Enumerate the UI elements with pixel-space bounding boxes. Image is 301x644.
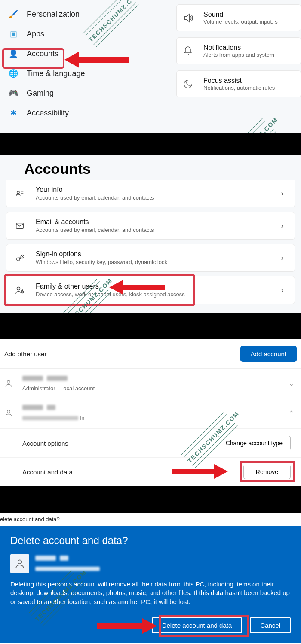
- row-title: Family & other users: [36, 283, 185, 290]
- delete-dialog: Delete account and data? Deleting this p…: [0, 526, 301, 643]
- chevron-right-icon: ›: [281, 222, 287, 230]
- add-other-user-label: Add other user: [4, 350, 46, 358]
- svg-point-11: [18, 560, 22, 564]
- sidebar-item-label: Apps: [27, 30, 44, 39]
- accounts-row-your-info[interactable]: Your info Accounts used by email, calend…: [6, 180, 295, 207]
- row-title: Sign-in options: [36, 250, 167, 258]
- nav-icon: ✱: [9, 108, 18, 118]
- divider: [0, 486, 301, 512]
- divider: [0, 133, 301, 155]
- delete-confirm-button[interactable]: Delete account and data: [152, 617, 243, 633]
- sidebar-item-label: Personalization: [27, 10, 80, 19]
- sidebar-item-accounts[interactable]: 👤 Accounts: [0, 44, 172, 64]
- settings-card-notifications[interactable]: Notifications Alerts from apps and syste…: [176, 37, 301, 64]
- person-card-icon: [14, 189, 25, 198]
- nav-icon: 👤: [9, 49, 18, 58]
- chevron-right-icon: ›: [281, 254, 287, 262]
- divider: [0, 313, 301, 338]
- card-title: Focus assist: [203, 77, 275, 85]
- user-row[interactable]: Administrator - Local account ⌄: [0, 368, 301, 398]
- sound-icon: [183, 12, 196, 24]
- mail-icon: [14, 221, 25, 231]
- user-sub: Administrator - Local account: [22, 385, 95, 392]
- card-title: Sound: [203, 11, 278, 18]
- nav-icon: 🌐: [9, 69, 18, 78]
- svg-rect-3: [16, 223, 24, 228]
- family-icon: [14, 285, 25, 295]
- accounts-row-sign-in-options[interactable]: Sign-in options Windows Hello, security …: [6, 244, 295, 272]
- card-sub: Volume levels, output, input, s: [203, 18, 278, 25]
- settings-card-sound[interactable]: Sound Volume levels, output, input, s: [176, 4, 301, 31]
- sidebar-item-label: Accounts: [27, 49, 58, 58]
- dialog-heading: Delete account and data?: [10, 535, 291, 547]
- page-title: Accounts: [0, 155, 301, 180]
- accounts-row-email-accounts[interactable]: Email & accounts Accounts used by email,…: [6, 212, 295, 240]
- remove-button[interactable]: Remove: [243, 465, 291, 479]
- sidebar-item-personalization[interactable]: 🖌️ Personalization: [0, 4, 172, 24]
- sidebar-item-accessibility[interactable]: ✱ Accessibility: [0, 103, 172, 123]
- row-desc: Accounts used by email, calendar, and co…: [36, 227, 154, 233]
- svg-point-6: [22, 291, 24, 293]
- card-sub: Alerts from apps and system: [203, 52, 274, 58]
- svg-point-0: [17, 191, 20, 194]
- sidebar-item-label: Gaming: [27, 89, 54, 98]
- dialog-body: Deleting this person's account will remo…: [10, 580, 291, 606]
- chevron-up-icon: ⌃: [289, 410, 297, 416]
- chevron-right-icon: ›: [281, 286, 287, 294]
- svg-point-5: [17, 287, 20, 290]
- nav-icon: 🎮: [9, 88, 18, 98]
- sidebar-item-time-language[interactable]: 🌐 Time & language: [0, 64, 172, 83]
- moon-icon: [183, 79, 196, 89]
- add-account-button[interactable]: Add account: [240, 346, 297, 362]
- row-desc: Windows Hello, security key, password, d…: [36, 259, 167, 265]
- user-row[interactable]: ln ⌃: [0, 398, 301, 428]
- nav-icon: ▣: [9, 29, 18, 39]
- row-desc: Device access, work or school users, kio…: [36, 291, 185, 298]
- row-title: Email & accounts: [36, 218, 154, 226]
- chevron-right-icon: ›: [281, 190, 287, 197]
- bell-icon: [183, 46, 196, 56]
- row-desc: Accounts used by email, calendar, and co…: [36, 194, 154, 201]
- dialog-titlebar: elete account and data?: [0, 513, 301, 526]
- settings-card-focus-assist[interactable]: Focus assist Notifications, automatic ru…: [176, 70, 301, 97]
- sidebar-item-label: Time & language: [27, 69, 85, 78]
- avatar: [10, 554, 29, 573]
- sidebar-item-gaming[interactable]: 🎮 Gaming: [0, 83, 172, 103]
- accounts-row-family-other-users[interactable]: Family & other users Device access, work…: [6, 276, 295, 304]
- svg-point-4: [17, 258, 20, 261]
- change-account-type-button[interactable]: Change account type: [218, 436, 291, 450]
- watermark: TECHSCHUMZ.COM: [219, 110, 286, 133]
- person-icon: [4, 379, 15, 388]
- card-title: Notifications: [203, 44, 274, 52]
- chevron-down-icon: ⌄: [289, 380, 297, 387]
- cancel-button[interactable]: Cancel: [250, 617, 291, 633]
- key-icon: [14, 253, 25, 263]
- account-options-label: Account options: [22, 440, 68, 447]
- svg-point-9: [7, 380, 10, 383]
- sidebar-item-apps[interactable]: ▣ Apps: [0, 24, 172, 44]
- row-title: Your info: [36, 186, 154, 194]
- svg-point-10: [7, 410, 10, 413]
- nav-icon: 🖌️: [9, 9, 18, 19]
- sidebar-item-label: Accessibility: [27, 109, 69, 118]
- card-sub: Notifications, automatic rules: [203, 85, 275, 91]
- account-and-data-label: Account and data: [22, 468, 73, 476]
- person-icon: [4, 409, 15, 417]
